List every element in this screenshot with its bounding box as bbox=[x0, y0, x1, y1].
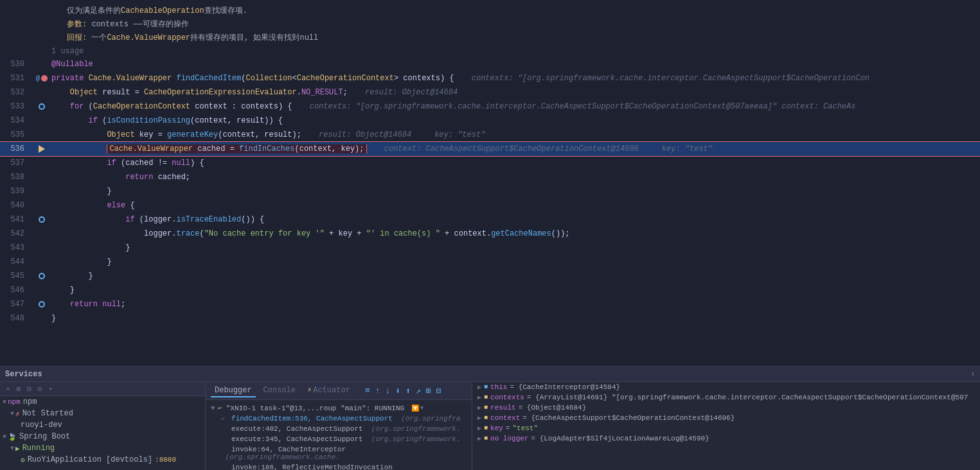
line-number-546: 546 bbox=[0, 286, 32, 295]
code-line-533: 533 for (CacheOperationContext context :… bbox=[0, 100, 980, 114]
code-line-538: 538 return cached; bbox=[0, 170, 980, 184]
code-line-543: 543 } bbox=[0, 241, 980, 255]
tab-debugger[interactable]: Debugger bbox=[211, 385, 256, 397]
debugger-toolbar: Debugger Console ⚡Actuator ≡ ↑ ↓ ⬇ ⬆ ↗ ⊞… bbox=[206, 382, 472, 400]
toolbar-icon-3[interactable]: ⊟ bbox=[25, 384, 33, 394]
thread-name: "XNIO-1 task-1"@13,...roup "main": RUNNI… bbox=[222, 405, 408, 412]
line-number-539: 539 bbox=[0, 187, 32, 196]
code-line-537: 537 if (cached != null) { bbox=[0, 156, 980, 170]
tree-item-spring-boot[interactable]: ▼ 🍃 Spring Boot bbox=[0, 431, 205, 442]
breakpoint-536 bbox=[32, 145, 51, 153]
code-content-536: Cache.ValueWrapper cached = findInCaches… bbox=[51, 144, 974, 153]
code-content-534: if (isConditionPassing(context, result))… bbox=[51, 116, 974, 125]
toolbar-icon-4[interactable]: ⊡ bbox=[36, 384, 44, 394]
var-arrow-contexts[interactable]: ▶ bbox=[477, 394, 481, 401]
var-contexts[interactable]: ▶ ■ contexts = {ArrayList@14691} "[org.s… bbox=[472, 392, 980, 403]
breakpoint-531: @ bbox=[32, 75, 51, 82]
var-context[interactable]: ▶ ■ context = {CacheAspectSupport$CacheO… bbox=[472, 413, 980, 423]
code-line-536: 536 Cache.ValueWrapper cached = findInCa… bbox=[0, 142, 980, 156]
comment-line-2: 参数: contexts ——可缓存的操作 bbox=[51, 20, 189, 29]
code-line-546: 546 } bbox=[0, 283, 980, 297]
line-number-537: 537 bbox=[0, 159, 32, 168]
code-content-531: private Cache.ValueWrapper findCachedIte… bbox=[51, 74, 974, 83]
debugger-panel: Debugger Console ⚡Actuator ≡ ↑ ↓ ⬇ ⬆ ↗ ⊞… bbox=[206, 382, 472, 470]
line-number-544: 544 bbox=[0, 257, 32, 266]
code-line-547: 547 return null; bbox=[0, 297, 980, 311]
line-number-547: 547 bbox=[0, 300, 32, 309]
line-number-548: 548 bbox=[0, 314, 32, 323]
tree-item-running[interactable]: ▼ ▶ Running bbox=[0, 442, 205, 454]
debug-icon-table[interactable]: ⊞ bbox=[424, 385, 433, 397]
code-content-539: } bbox=[51, 187, 974, 196]
debug-icon-up[interactable]: ↑ bbox=[373, 385, 382, 396]
spring-icon: 🍃 bbox=[8, 433, 17, 441]
line-number-542: 542 bbox=[0, 229, 32, 238]
var-value-this: = {CacheInterceptor@14584} bbox=[510, 383, 620, 391]
tree-label-running: Running bbox=[22, 444, 55, 453]
code-content-547: return null; bbox=[51, 300, 974, 309]
breakpoint-545 bbox=[32, 273, 51, 279]
stack-frame-4[interactable]: → invoke:64, CacheInterceptor (org.sprin… bbox=[211, 444, 467, 462]
var-arrow-key[interactable]: ▶ bbox=[477, 424, 481, 432]
debug-toolbar-icons: ≡ ↑ ↓ ⬇ ⬆ ↗ ⊞ ⊟ bbox=[363, 385, 443, 397]
toolbar-icon-5[interactable]: + bbox=[46, 385, 55, 394]
bottom-panel: Services ⬆ + ⊞ ⊟ ⊡ + ▼ npm npm ▼ ✗ Not S bbox=[0, 366, 980, 470]
var-icon-logger: ■ bbox=[484, 435, 488, 442]
debug-icon-grid[interactable]: ⊟ bbox=[434, 385, 443, 397]
code-line-530: 530 @Nullable bbox=[0, 57, 980, 71]
comment-line-1: 仅为满足条件的CacheableOperation查找缓存项. bbox=[51, 6, 247, 15]
var-arrow-this[interactable]: ▶ bbox=[477, 383, 481, 391]
tab-actuator[interactable]: ⚡Actuator bbox=[303, 384, 354, 397]
stack-frame-3[interactable]: → execute:345, CacheAspectSupport (org.s… bbox=[211, 434, 467, 444]
cross-icon: ✗ bbox=[15, 410, 20, 418]
var-arrow-context[interactable]: ▶ bbox=[477, 414, 481, 422]
code-content-543: } bbox=[51, 243, 974, 252]
debug-icon-list[interactable]: ≡ bbox=[363, 385, 372, 396]
var-icon-this: ■ bbox=[484, 383, 488, 390]
line-number-532: 532 bbox=[0, 88, 32, 97]
var-arrow-result[interactable]: ▶ bbox=[477, 404, 481, 412]
var-name-logger: oo logger bbox=[490, 435, 528, 442]
var-name-key: key bbox=[490, 424, 503, 432]
dropdown-arrow: ▼ bbox=[420, 405, 423, 412]
stack-frame-1[interactable]: ↩ findCachedItem:536, CacheAspectSupport… bbox=[211, 413, 467, 424]
thread-item[interactable]: ▼ ↩ "XNIO-1 task-1"@13,...roup "main": R… bbox=[211, 403, 467, 413]
toolbar-icon-2[interactable]: ⊞ bbox=[15, 384, 23, 394]
breakpoint-533 bbox=[32, 103, 51, 110]
var-name-this: this bbox=[490, 383, 507, 391]
services-label: Services bbox=[5, 370, 42, 379]
expand-icon[interactable]: ⬆ bbox=[970, 370, 975, 378]
var-logger[interactable]: ▶ ■ oo logger = {LogAdapter$Slf4jLocatio… bbox=[472, 433, 980, 444]
var-key[interactable]: ▶ ■ key = "test" bbox=[472, 423, 980, 433]
code-content-535: Object key = generateKey(context, result… bbox=[51, 130, 974, 139]
toolbar-icon-1[interactable]: + bbox=[4, 385, 12, 394]
debug-icon-up2[interactable]: ⬆ bbox=[404, 385, 413, 397]
variables-panel: ▶ ■ this = {CacheInterceptor@14584} ▶ ■ … bbox=[472, 382, 980, 470]
tree-item-not-started[interactable]: ▼ ✗ Not Started bbox=[0, 408, 205, 419]
tree-label-npm: npm bbox=[23, 397, 37, 406]
tree-label-spring-boot: Spring Boot bbox=[19, 432, 70, 441]
var-this[interactable]: ▶ ■ this = {CacheInterceptor@14584} bbox=[472, 382, 980, 392]
code-content-544: } bbox=[51, 257, 974, 266]
code-content-545: } bbox=[51, 272, 974, 281]
debug-icon-down2[interactable]: ⬇ bbox=[393, 385, 402, 397]
code-line-544: 544 } bbox=[0, 255, 980, 269]
thread-filter-icon: 🔽 bbox=[411, 405, 419, 412]
stack-frame-5[interactable]: → invoke:186, ReflectiveMethodInvocation bbox=[211, 462, 467, 470]
debug-icon-down[interactable]: ↓ bbox=[384, 385, 393, 396]
code-content-546: } bbox=[51, 286, 974, 295]
tab-console[interactable]: Console bbox=[260, 385, 299, 397]
services-tree-panel: + ⊞ ⊟ ⊡ + ▼ npm npm ▼ ✗ Not Started ruoy… bbox=[0, 382, 206, 470]
tree-item-npm[interactable]: ▼ npm npm bbox=[0, 396, 205, 408]
debugger-content: ▼ ↩ "XNIO-1 task-1"@13,...roup "main": R… bbox=[206, 400, 472, 470]
var-arrow-logger[interactable]: ▶ bbox=[477, 435, 481, 442]
stack-frame-2[interactable]: → execute:402, CacheAspectSupport (org.s… bbox=[211, 424, 467, 434]
tree-item-ruoyi-dev[interactable]: ruoyi-dev bbox=[0, 419, 205, 431]
tree-status-port: :8080 bbox=[155, 456, 176, 464]
var-result[interactable]: ▶ ■ result = {Object@14684} bbox=[472, 403, 980, 413]
tree-item-ruoyi-app[interactable]: ⚙ RuoYiApplication [devtools] :8080 bbox=[0, 454, 205, 466]
var-icon-context: ■ bbox=[484, 414, 488, 421]
breakpoint-541 bbox=[32, 216, 51, 223]
debug-icon-step[interactable]: ↗ bbox=[414, 385, 423, 397]
code-content-538: return cached; bbox=[51, 173, 974, 182]
